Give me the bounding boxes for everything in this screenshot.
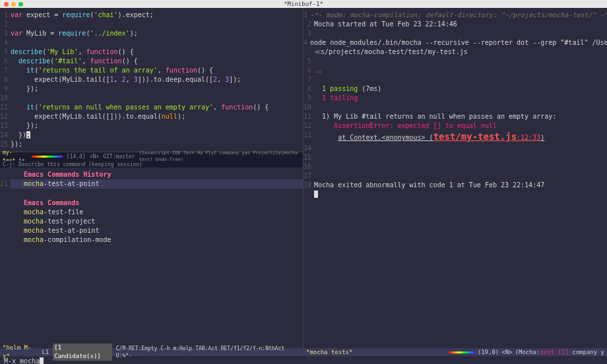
output-line: 5 [304,57,607,66]
output-line: 14 [304,144,607,153]
output-line: 6.. [304,66,607,75]
helm-section-header: Emacs Commands History [11,170,111,179]
mx-input: mocha [20,357,40,364]
left-modeline: my-test.js [14,4] <N> GIT:master (Javasc… [0,152,303,161]
code-line[interactable]: 10 [0,94,303,103]
helm-section-header: Emacs Commands [11,198,79,208]
output-line [304,190,607,199]
output-line: 15 [304,153,607,162]
output-line: 11 1) My Lib #tail returns an null when … [304,112,607,121]
mac-titlebar: *Minibuf-1* [0,0,607,8]
code-line[interactable]: 1var expect = require('chai').expect; [0,11,303,20]
helm-desc: C-j: Describe this command (keeping sess… [0,161,303,167]
compilation-modeline: *mocha tests* (19,0) <N> (Mocha:exit [1]… [304,348,607,356]
rainbow-icon [32,156,63,158]
code-line[interactable]: 12 expect(MyLib.tail([])).to.equal(null)… [0,112,303,121]
output-line: 12 AssertionError: expected [] to equal … [304,121,607,131]
output-line: 10 [304,103,607,112]
editor-area: 1var expect = require('chai').expect;23v… [0,8,607,348]
code-line[interactable]: 11 it('returns an null when passes an em… [0,103,303,112]
cursor-pos: [14,4] [67,153,86,160]
code-line[interactable]: 4 [0,38,303,47]
helm-completion[interactable]: Emacs Commands History21mocha-test-at-po… [0,167,303,348]
code-line[interactable]: 2 [0,20,303,29]
traffic-lights [4,2,23,7]
code-line[interactable]: 7 it('returns the tail of an array', fun… [0,66,303,75]
helm-item[interactable]: mocha-compilation-mode [0,235,303,245]
minimize-icon[interactable] [11,2,16,7]
helm-item[interactable]: mocha-test-file [0,208,303,217]
helm-candidate-count: [1 Candidate(s)] [53,344,112,360]
code-line[interactable]: 9 }); [0,84,303,94]
output-line: 8 1 passing (7ms) [304,84,607,94]
output-line: 9 1 failing [304,94,607,103]
output-line: 2Mocha started at Tue Feb 23 22:14:46 [304,20,607,29]
output-line: ≪s/projects/mocha-test/test/my-test.js [304,47,607,57]
helm-help: C/M-RET:Empty C-h m:Help TAB:Act RET/f1/… [116,345,301,359]
output-line: 13 at Context.<anonymous> (test/my-test.… [304,131,607,144]
output-line: 3 [304,29,607,38]
code-line[interactable]: 8 expect(MyLib.tail([1, 2, 3])).to.deep.… [0,75,303,84]
helm-item[interactable]: 21mocha-test-at-point [0,179,303,189]
output-line: 17 [304,171,607,181]
comp-buffer-name: *mocha tests* [306,349,352,355]
vcs-status: GIT:master [103,153,135,160]
minibuffer-area: *helm M-x* L1 [1 Candidate(s)] C/M-RET:E… [0,348,607,364]
left-column: 1var expect = require('chai').expect;23v… [0,8,304,348]
window-title: *Minibuf-1* [284,0,323,8]
zoom-icon[interactable] [18,2,23,7]
code-line[interactable]: 3var MyLib = require('../index'); [0,29,303,38]
exit-status: exit [1] [540,349,568,355]
output-line: 4node node_modules/.bin/mocha --recursiv… [304,38,607,47]
mx-prompt: M-x [4,357,20,364]
helm-item[interactable]: mocha-test-at-point [0,226,303,235]
code-line[interactable]: 13 }); [0,121,303,131]
code-line[interactable]: 15}); [0,140,303,149]
code-line[interactable]: 5describe('My Lib', function() { [0,47,303,57]
close-icon[interactable] [4,2,9,7]
output-line: 7 [304,75,607,84]
code-editor[interactable]: 1var expect = require('chai').expect;23v… [0,8,303,152]
code-line[interactable]: 6 describe('#tail', function() { [0,57,303,66]
compilation-output[interactable]: 1-*- mode: mocha-compilation; default-di… [304,8,607,348]
code-line[interactable]: 14 }); [0,131,303,140]
output-line: 18Mocha exited abnormally with code 1 at… [304,181,607,190]
helm-line: L1 [42,348,49,357]
output-line: 1-*- mode: mocha-compilation; default-di… [304,11,607,20]
comp-n: <N> [501,348,512,357]
helm-item[interactable]: mocha-test-project [0,217,303,226]
rainbow-icon [449,351,475,353]
comp-pos: (19,0) [478,348,499,357]
output-line: 16 [304,162,607,171]
right-column: 1-*- mode: mocha-compilation; default-di… [304,8,607,348]
helm-modeline: *helm M-x* L1 [1 Candidate(s)] C/M-RET:E… [0,348,304,356]
